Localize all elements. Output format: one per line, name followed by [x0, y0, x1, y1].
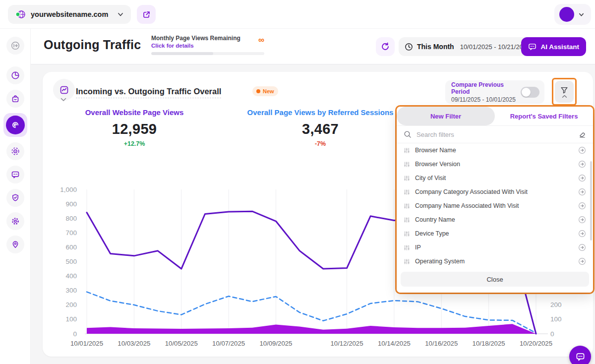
- chevron-down-icon: [578, 11, 585, 18]
- eraser-icon[interactable]: [578, 130, 586, 138]
- filter-panel-tabs: New Filter Report's Saved Filters: [397, 107, 593, 125]
- svg-text:300: 300: [65, 287, 77, 294]
- sidebar-item-settings[interactable]: [6, 212, 24, 230]
- filter-item[interactable]: Operating System: [397, 254, 593, 268]
- topbar: yourwebsitename.com: [0, 0, 595, 29]
- filter-item[interactable]: Browser Name: [397, 143, 593, 157]
- arrow-circle-right-icon[interactable]: [578, 243, 586, 251]
- tab-saved-filters[interactable]: Report's Saved Filters: [495, 107, 593, 125]
- ai-assistant-label: AI Assistant: [540, 43, 579, 51]
- sliders-icon: [404, 189, 410, 195]
- svg-text:10/09/2025: 10/09/2025: [259, 340, 292, 347]
- ai-assistant-button[interactable]: AI Assistant: [521, 37, 586, 56]
- avatar: [559, 7, 574, 22]
- filter-item-label: Company Name Associated With Visit: [415, 202, 573, 209]
- filter-item-label: City of Visit: [415, 175, 573, 182]
- traffic-card: 0010010020020030030040040050050060060070…: [43, 72, 593, 357]
- close-button[interactable]: Close: [401, 272, 589, 287]
- svg-text:400: 400: [65, 272, 77, 280]
- filter-panel-annotation: New Filter Report's Saved Filters: [395, 105, 595, 294]
- account-menu[interactable]: [554, 4, 591, 25]
- sliders-icon: [404, 147, 410, 154]
- filter-item[interactable]: City of Visit: [397, 171, 593, 185]
- ai-chat-icon: [528, 43, 536, 51]
- svg-text:10/18/2025: 10/18/2025: [473, 340, 505, 347]
- svg-text:10/20/2025: 10/20/2025: [520, 340, 552, 347]
- sidebar-item-dashboard[interactable]: [6, 66, 24, 84]
- filter-item-label: Country Name: [415, 216, 573, 223]
- sidebar-collapse-button[interactable]: [6, 37, 24, 55]
- compare-toggle[interactable]: [521, 87, 539, 98]
- arrow-circle-right-icon[interactable]: [578, 202, 586, 210]
- filter-item[interactable]: Browser Version: [397, 157, 593, 171]
- svg-text:500: 500: [65, 258, 77, 265]
- sliders-icon: [404, 203, 410, 209]
- monthly-details-link[interactable]: Click for details: [151, 43, 264, 49]
- website-selector[interactable]: yourwebsitename.com: [8, 5, 131, 24]
- arrow-circle-right-icon[interactable]: [578, 216, 586, 224]
- filter-item[interactable]: Device Type: [397, 227, 593, 241]
- external-link-icon: [142, 10, 151, 19]
- sidebar-item-locations[interactable]: [6, 236, 24, 253]
- chevron-down-icon: [117, 11, 124, 18]
- sidebar-item-security[interactable]: [6, 189, 24, 207]
- monthly-label: Monthly Page Views Remaining: [151, 35, 264, 42]
- sliders-icon: [404, 217, 410, 223]
- collapse-arrow-icon: [10, 41, 20, 51]
- svg-text:10/01/2025: 10/01/2025: [70, 340, 103, 347]
- filter-list: Browser Name Browser Version: [397, 143, 593, 268]
- arrow-circle-right-icon[interactable]: [578, 160, 586, 168]
- svg-text:100: 100: [65, 315, 77, 323]
- svg-text:10/16/2025: 10/16/2025: [425, 340, 458, 347]
- sidebar-item-commerce[interactable]: [6, 90, 24, 108]
- toggle-knob: [522, 88, 531, 97]
- sidebar-item-traffic-active[interactable]: [3, 113, 27, 137]
- screen: yourwebsitename.com: [0, 0, 595, 364]
- funnel-icon: [560, 86, 569, 94]
- arrow-circle-right-icon[interactable]: [578, 174, 586, 182]
- chevron-up-icon: [562, 95, 567, 98]
- compare-previous-period: Compare Previous Period 09/11/2025 - 10/…: [445, 80, 544, 104]
- filter-item[interactable]: Country Name: [397, 213, 593, 227]
- filter-button[interactable]: [555, 81, 574, 103]
- sliders-icon: [404, 244, 410, 251]
- svg-text:700: 700: [65, 229, 77, 237]
- svg-text:100: 100: [550, 315, 562, 323]
- filter-search-row: [397, 125, 593, 143]
- arrow-circle-right-icon[interactable]: [578, 188, 586, 196]
- refresh-button[interactable]: [376, 37, 395, 56]
- support-chat-fab[interactable]: [569, 346, 591, 364]
- svg-text:10/12/2025: 10/12/2025: [331, 340, 363, 347]
- sidebar-item-session-recording[interactable]: [6, 142, 24, 160]
- sidebar-item-messages[interactable]: [6, 166, 24, 183]
- arrow-circle-right-icon[interactable]: [578, 146, 586, 154]
- search-icon: [404, 130, 412, 138]
- arrow-circle-right-icon[interactable]: [578, 230, 586, 238]
- content-area: 0010010020020030030040040050050060060070…: [31, 64, 595, 364]
- compare-range: 09/11/2025 - 10/01/2025: [451, 96, 521, 103]
- bag-icon: [10, 94, 20, 104]
- svg-text:10/07/2025: 10/07/2025: [212, 340, 245, 347]
- filter-item[interactable]: Company Name Associated With Visit: [397, 199, 593, 213]
- filter-item[interactable]: IP: [397, 241, 593, 254]
- filter-button-annotation: [552, 78, 577, 106]
- open-website-button[interactable]: [137, 5, 156, 24]
- filter-item-label: Browser Version: [415, 161, 573, 168]
- svg-text:600: 600: [65, 243, 77, 251]
- filter-list-scrollbar[interactable]: [590, 161, 592, 241]
- sliders-icon: [404, 231, 410, 237]
- filter-item-label: Operating System: [415, 258, 573, 265]
- search-filters-input[interactable]: [416, 131, 573, 138]
- svg-text:10/03/2025: 10/03/2025: [118, 340, 150, 347]
- sliders-icon: [404, 161, 410, 168]
- filter-item[interactable]: Company Category Associated With Visit: [397, 185, 593, 199]
- sliders-icon: [404, 175, 410, 182]
- arrow-circle-right-icon[interactable]: [578, 257, 586, 265]
- pie-chart-icon: [10, 70, 20, 80]
- website-name: yourwebsitename.com: [31, 10, 112, 18]
- svg-text:10/05/2025: 10/05/2025: [165, 340, 198, 347]
- page-header: Outgoing Traffic Monthly Page Views Rema…: [31, 29, 595, 64]
- svg-text:0: 0: [73, 330, 77, 338]
- svg-text:200: 200: [550, 301, 562, 308]
- tab-new-filter[interactable]: New Filter: [397, 107, 495, 125]
